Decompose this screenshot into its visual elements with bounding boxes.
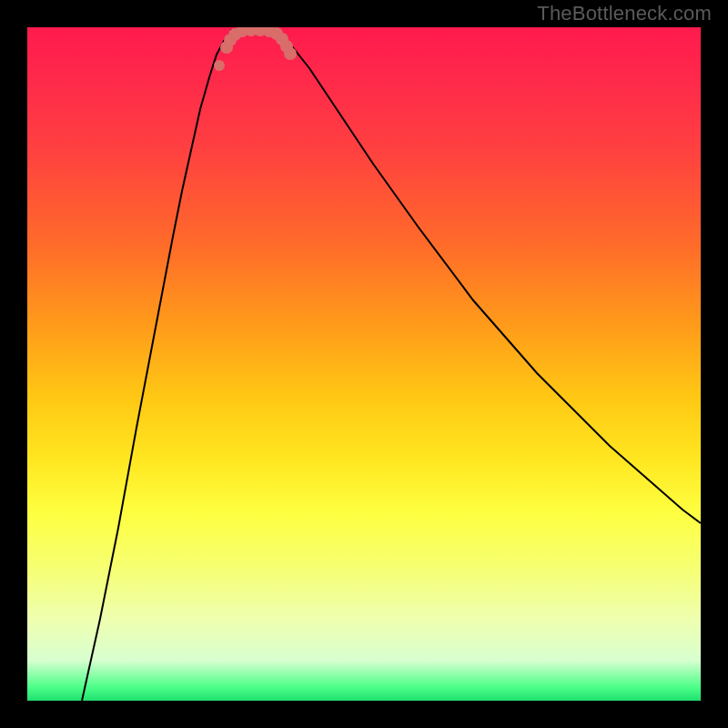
min-marker-track	[220, 27, 297, 60]
watermark-text: TheBottleneck.com	[537, 2, 712, 25]
min-marker-dot	[284, 47, 297, 60]
bottleneck-curve	[27, 27, 701, 701]
plot-area	[27, 27, 701, 701]
outer-frame: TheBottleneck.com	[0, 0, 728, 728]
min-marker-dot	[214, 60, 225, 71]
curve-path	[82, 30, 701, 701]
